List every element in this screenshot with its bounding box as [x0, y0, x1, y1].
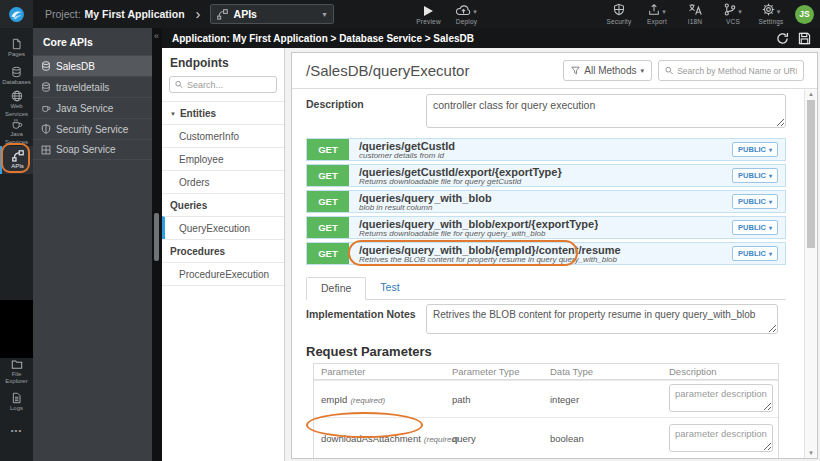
scrollbar-thumb[interactable]: [807, 100, 815, 248]
endpoint-row-selected[interactable]: GET /queries/query_with_blob/{empId}/con…: [306, 242, 786, 265]
vcs-button[interactable]: ▾ VCS: [720, 3, 746, 25]
deploy-button[interactable]: ▾ Deploy: [454, 3, 480, 25]
core-api-item-traveldetails[interactable]: traveldetails: [33, 76, 152, 97]
sidebar-item-logs[interactable]: Logs: [0, 388, 33, 416]
access-dropdown[interactable]: PUBLIC ▾: [732, 220, 778, 235]
sidebar-item-file-explorer[interactable]: File Explorer: [0, 358, 33, 386]
sidebar-item-label: Java Services: [0, 131, 33, 145]
endpoint-item-employee[interactable]: Employee: [162, 147, 284, 170]
sidebar-item-label: Web Services: [0, 103, 33, 117]
sidebar-item-java-services[interactable]: Java Services: [0, 118, 33, 146]
panel-scrollbar-thumb[interactable]: [154, 213, 159, 261]
designer-body: Description controller class for query e…: [292, 90, 804, 458]
endpoint-info: /queries/getCustId/export/{exportType} R…: [349, 165, 562, 186]
tab-define[interactable]: Define: [306, 277, 366, 300]
api-node-icon: [12, 150, 24, 162]
security-button[interactable]: Security: [606, 3, 632, 25]
param-data-type: integer: [550, 394, 666, 405]
save-button[interactable]: [798, 32, 811, 45]
access-dropdown[interactable]: PUBLIC ▾: [732, 168, 778, 183]
param-type: path: [452, 394, 550, 405]
coffee-icon: [41, 103, 51, 113]
export-button[interactable]: ▾ Export: [644, 3, 670, 25]
section-label: Queries: [170, 200, 207, 211]
content-scrollbar[interactable]: ▴ ▾: [804, 90, 817, 458]
core-apis-title: Core APIs: [33, 28, 152, 55]
sidebar-item-pages[interactable]: Pages: [0, 34, 33, 62]
access-dropdown[interactable]: PUBLIC ▾: [732, 142, 778, 157]
core-api-label: SalesDB: [56, 61, 95, 72]
sidebar-item-apis[interactable]: APIs: [0, 146, 33, 174]
refresh-button[interactable]: [776, 32, 789, 45]
endpoint-item-orders[interactable]: Orders: [162, 170, 284, 193]
method-badge: GET: [307, 165, 349, 186]
endpoint-item-queryexecution[interactable]: QueryExecution: [162, 216, 284, 239]
core-api-item-security-service[interactable]: Security Service: [33, 118, 152, 139]
param-description-input[interactable]: [669, 384, 773, 412]
endpoint-info: /queries/query_with_blob/export/{exportT…: [349, 217, 598, 238]
core-api-item-salesdb[interactable]: SalesDB: [33, 55, 152, 76]
description-input[interactable]: controller class for query execution: [426, 94, 786, 128]
i18n-button[interactable]: I18N: [682, 3, 708, 25]
chevron-down-icon: ▾: [777, 8, 781, 16]
tab-test[interactable]: Test: [366, 277, 413, 299]
project-name: My First Application: [85, 8, 185, 20]
branch-icon: [724, 3, 736, 16]
endpoint-row[interactable]: GET /queries/query_with_blob/export/{exp…: [306, 216, 786, 239]
scroll-up-arrow-icon[interactable]: ▴: [805, 90, 817, 98]
core-api-item-java-service[interactable]: Java Service: [33, 97, 152, 118]
endpoint-desc: customer details from id: [359, 152, 455, 160]
breadcrumb: Application: My First Application > Data…: [172, 33, 776, 44]
api-designer: /SalesDB/queryExecutor All Methods ▾: [291, 52, 818, 459]
app-window: Project: My First Application › APIs ▾ P…: [0, 0, 820, 461]
preview-button[interactable]: Preview: [416, 3, 442, 25]
wavemaker-logo[interactable]: [0, 0, 33, 28]
column-header-parameter-type: Parameter Type: [452, 366, 550, 377]
access-dropdown[interactable]: PUBLIC ▾: [732, 246, 778, 261]
endpoints-search[interactable]: [169, 76, 277, 93]
core-api-item-soap-service[interactable]: Soap Service: [33, 139, 152, 160]
perspective-dropdown[interactable]: APIs ▾: [210, 4, 334, 24]
endpoint-item-procedureexecution[interactable]: ProcedureExecution: [162, 262, 284, 286]
implementation-notes-input[interactable]: Retrives the BLOB content for property r…: [426, 304, 778, 334]
endpoints-search-input[interactable]: [187, 80, 271, 90]
sidebar-more-button[interactable]: •••: [0, 426, 33, 435]
section-procedures[interactable]: Procedures: [162, 239, 284, 262]
chevron-down-icon: ▾: [769, 250, 772, 257]
sidebar-item-label: APIs: [11, 163, 24, 170]
breadcrumb-bar: Application: My First Application > Data…: [162, 28, 820, 48]
core-api-label: traveldetails: [56, 82, 109, 93]
access-label: PUBLIC: [738, 171, 766, 180]
method-search-input[interactable]: [677, 66, 797, 76]
settings-label: Settings: [758, 18, 783, 25]
chevron-down-icon: ▾: [769, 172, 772, 179]
endpoint-row[interactable]: GET /queries/getCustId/export/{exportTyp…: [306, 164, 786, 187]
methods-filter-dropdown[interactable]: All Methods ▾: [563, 60, 652, 81]
section-queries[interactable]: Queries: [162, 193, 284, 216]
method-search[interactable]: [658, 60, 804, 81]
description-row: Description controller class for query e…: [306, 94, 786, 128]
param-description-input[interactable]: [669, 424, 773, 452]
request-parameters-heading: Request Parameters: [306, 344, 778, 359]
sidebar-item-databases[interactable]: Databases: [0, 62, 33, 90]
access-label: PUBLIC: [738, 197, 766, 206]
endpoint-item-customerinfo[interactable]: CustomerInfo: [162, 124, 284, 147]
endpoint-row[interactable]: GET /queries/query_with_blob blob in res…: [306, 190, 786, 213]
settings-button[interactable]: ▾ Settings: [758, 3, 784, 25]
user-avatar[interactable]: JS: [795, 5, 814, 24]
scroll-down-arrow-icon[interactable]: ▾: [805, 449, 817, 457]
section-entities[interactable]: ▼ Entities: [162, 101, 284, 124]
deploy-label: Deploy: [456, 18, 477, 25]
chevron-down-icon: ▼: [170, 111, 176, 117]
page-icon: [11, 38, 22, 50]
method-badge: GET: [307, 217, 349, 238]
endpoint-row[interactable]: GET /queries/getCustId customer details …: [306, 138, 786, 161]
param-required: (required): [350, 396, 385, 405]
grid-icon: [41, 145, 51, 155]
sidebar-item-web-services[interactable]: Web Services: [0, 90, 33, 118]
section-label: Procedures: [170, 246, 225, 257]
implementation-notes-row: Implementation Notes Retrives the BLOB c…: [306, 304, 778, 334]
collapse-panel-icon[interactable]: «: [154, 31, 159, 41]
breadcrumb-chevron-icon: ›: [196, 5, 201, 22]
access-dropdown[interactable]: PUBLIC ▾: [732, 194, 778, 209]
